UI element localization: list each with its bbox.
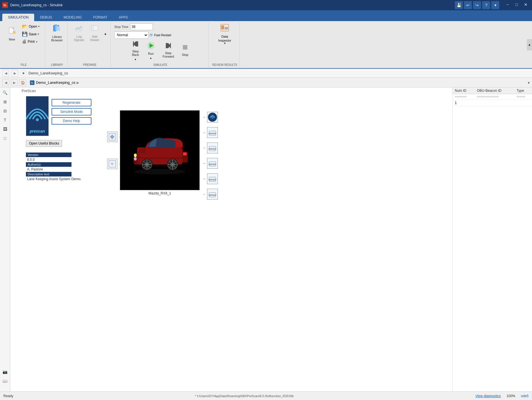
undo-btn[interactable]: ↩ bbox=[464, 1, 472, 9]
text-btn[interactable]: T bbox=[1, 116, 9, 124]
svg-text:SL: SL bbox=[30, 81, 34, 84]
tab-apps[interactable]: APPS bbox=[113, 14, 134, 21]
output-blocks: → → bbox=[202, 112, 218, 200]
add-viewer-button[interactable]: Add Viewer bbox=[87, 23, 102, 43]
image-btn[interactable]: 🖼 bbox=[1, 125, 9, 133]
dropdown-btn[interactable]: ▾ bbox=[491, 1, 499, 9]
model-nav-forward[interactable]: ▶ bbox=[11, 79, 18, 86]
tab-modeling[interactable]: MODELING bbox=[58, 14, 87, 21]
grid-btn[interactable]: ⊟ bbox=[1, 107, 9, 115]
version-value: 8.5.0 bbox=[26, 157, 91, 162]
model-nav-item[interactable]: SL Demo_LaneKeeping_cs ▶ bbox=[28, 80, 81, 86]
left-toolbar: 🔍 ⊞ ⊟ T 🖼 □ 📷 📖 » bbox=[0, 88, 10, 400]
prescan-buttons: Regenerate Simulink Mode Demo Help bbox=[52, 96, 91, 136]
ribbon: + New 📂 Open ▾ 💾 Save ▾ 🖨 bbox=[0, 21, 532, 69]
tab-format[interactable]: FORMAT bbox=[87, 14, 113, 21]
open-button[interactable]: 📂 Open ▾ bbox=[20, 23, 43, 30]
minimize-btn[interactable]: − bbox=[504, 1, 511, 8]
data-inspector-button[interactable]: Data Inspector bbox=[215, 23, 235, 43]
step-back-button[interactable]: Step Back bbox=[129, 39, 142, 58]
tab-bar: SIMULATION DEBUG MODELING FORMAT APPS bbox=[0, 10, 532, 21]
authors-value: A. Pastore bbox=[26, 167, 91, 172]
tab-debug[interactable]: DEBUG bbox=[34, 14, 58, 21]
camera-btn[interactable]: 📷 bbox=[1, 368, 9, 376]
stop-time-label: Stop Time bbox=[114, 25, 128, 29]
view-diagnostics-link[interactable]: View diagnostics bbox=[475, 394, 501, 398]
car-label: Mazda_RX8_1 bbox=[120, 191, 200, 195]
collapse-ribbon-btn[interactable]: ▲ bbox=[527, 39, 532, 50]
breadcrumb-text: Demo_LaneKeeping_cs bbox=[28, 71, 68, 75]
step-forward-icon bbox=[165, 42, 172, 51]
tab-simulation[interactable]: SIMULATION bbox=[2, 14, 34, 21]
help-btn[interactable]: ? bbox=[482, 1, 490, 9]
svg-rect-20 bbox=[133, 41, 134, 46]
prescan-panel: prescan Regenerate Simulink Mode Demo He… bbox=[26, 96, 91, 182]
input-block-2: ≈ → bbox=[107, 159, 121, 169]
redo-btn[interactable]: ↪ bbox=[473, 1, 481, 9]
stop-label: Stop bbox=[182, 53, 189, 56]
col-num-id: Num ID bbox=[453, 88, 475, 94]
new-button[interactable]: + New bbox=[5, 24, 19, 44]
simulate-group-label: SIMULATE bbox=[153, 62, 167, 66]
descriptive-label: Descriptive text: bbox=[26, 172, 71, 176]
right-panel: Num ID OBU-Beacon ID Type ======= ======… bbox=[452, 88, 532, 400]
forward-btn[interactable]: ▶ bbox=[11, 70, 18, 77]
output-block-0 bbox=[207, 112, 218, 123]
status-ready: Ready bbox=[3, 394, 13, 398]
run-dropdown[interactable]: ▾ bbox=[150, 57, 152, 60]
input-block-icon-1 bbox=[107, 132, 117, 142]
prepare-dropdown-btn[interactable]: ▾ bbox=[103, 30, 108, 38]
model-nav-home[interactable]: 🏠 bbox=[19, 79, 26, 86]
metadata-section: Version: 8.5.0 Author(s): A. Pastore Des… bbox=[26, 153, 91, 182]
prescan-wifi-svg bbox=[26, 102, 49, 125]
ribbon-group-simulate: Stop Time Normal Accelerator Rapid Accel… bbox=[112, 22, 209, 67]
stop-time-input[interactable] bbox=[130, 23, 153, 30]
prescan-logo: prescan bbox=[26, 96, 49, 136]
svg-text:sensor: sensor bbox=[208, 132, 216, 135]
model-nav-dropdown[interactable]: ▾ bbox=[528, 80, 530, 85]
run-button[interactable]: Run bbox=[144, 40, 158, 57]
ribbon-group-library: Library Browser LIBRARY bbox=[46, 22, 68, 67]
model-nav-back[interactable]: ◀ bbox=[2, 79, 9, 86]
fast-restart-label: Fast Restart bbox=[154, 33, 171, 37]
book-btn[interactable]: 📖 bbox=[1, 377, 9, 385]
car-visualization bbox=[120, 110, 200, 190]
svg-rect-11 bbox=[57, 27, 60, 31]
prepare-dropdown-icon: ▾ bbox=[105, 32, 106, 36]
library-browser-label: Library Browser bbox=[51, 35, 63, 42]
library-browser-button[interactable]: Library Browser bbox=[49, 23, 65, 43]
ribbon-group-prepare: Log Signals Add Viewer ▾ bbox=[69, 22, 111, 67]
run-label: Run bbox=[148, 52, 154, 55]
review-dropdown-btn[interactable]: ▾ bbox=[224, 42, 226, 45]
step-forward-button[interactable]: Step Forward bbox=[159, 40, 177, 60]
file-group-label: FILE bbox=[21, 62, 26, 66]
window-controls: 💾 ↩ ↪ ? ▾ − □ ✕ bbox=[455, 1, 530, 9]
open-useful-blocks-button[interactable]: Open Useful Blocks bbox=[26, 140, 62, 147]
zoom-in-btn[interactable]: 🔍 bbox=[1, 89, 9, 97]
stop-button[interactable]: Stop bbox=[178, 42, 192, 58]
maximize-btn[interactable]: □ bbox=[513, 1, 521, 8]
regenerate-button[interactable]: Regenerate bbox=[52, 99, 91, 106]
back-btn[interactable]: ◀ bbox=[2, 70, 9, 77]
rect-btn[interactable]: □ bbox=[1, 134, 9, 142]
car-svg bbox=[128, 122, 191, 179]
simulink-mode-button[interactable]: Simulink Mode bbox=[52, 108, 91, 115]
close-btn[interactable]: ✕ bbox=[522, 1, 530, 8]
step-forward-label: Step Forward bbox=[163, 51, 174, 58]
data-inspector-label: Data Inspector bbox=[218, 35, 231, 42]
print-button[interactable]: 🖨 Print ▾ bbox=[20, 38, 43, 45]
data-inspector-icon bbox=[220, 23, 229, 34]
save-button[interactable]: 💾 Save ▾ bbox=[20, 31, 43, 38]
simulation-mode-select[interactable]: Normal Accelerator Rapid Accelerator bbox=[114, 31, 148, 39]
svg-point-43 bbox=[134, 169, 185, 174]
open-icon: 📂 bbox=[22, 24, 28, 29]
prepare-group-label: PREPARE bbox=[83, 62, 97, 66]
log-signals-button[interactable]: Log Signals bbox=[71, 23, 87, 43]
demo-help-button[interactable]: Demo Help bbox=[52, 117, 91, 125]
svg-text:sensor: sensor bbox=[208, 147, 216, 150]
library-icon bbox=[53, 24, 61, 34]
step-back-dropdown[interactable]: ▾ bbox=[135, 58, 136, 61]
save-quick-btn[interactable]: 💾 bbox=[455, 1, 463, 9]
expand-nav-btn[interactable]: ⊕ bbox=[21, 70, 26, 76]
fit-btn[interactable]: ⊞ bbox=[1, 98, 9, 106]
